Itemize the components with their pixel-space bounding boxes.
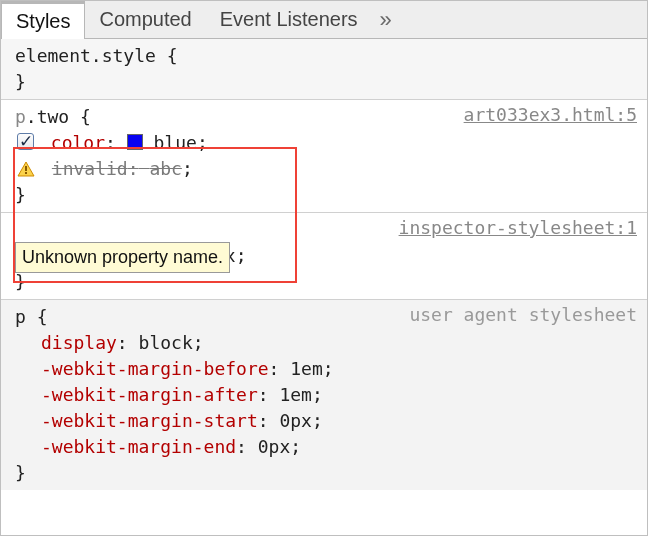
close-brace: } xyxy=(15,460,633,486)
tabs-overflow-button[interactable]: » xyxy=(372,4,400,36)
colon: : xyxy=(269,358,280,379)
tooltip-unknown-property: Unknown property name. xyxy=(15,242,230,273)
semicolon: ; xyxy=(182,158,193,179)
color-swatch[interactable] xyxy=(127,134,143,150)
prop-name-invalid[interactable]: invalid: abc xyxy=(52,158,182,179)
open-brace: { xyxy=(80,106,91,127)
colon: : xyxy=(117,332,128,353)
semicolon: ; xyxy=(290,436,301,457)
prop-color[interactable]: color: blue; xyxy=(15,130,633,156)
semicolon: ; xyxy=(236,245,247,266)
prop-name: display xyxy=(41,332,117,353)
colon: : xyxy=(105,132,116,153)
table-row: -webkit-margin-start: 0px; xyxy=(15,408,633,434)
semicolon: ; xyxy=(197,132,208,153)
prop-name: -webkit-margin-after xyxy=(41,384,258,405)
colon: : xyxy=(258,410,269,431)
prop-value: 0px xyxy=(258,436,291,457)
rule-p-user-agent: user agent stylesheet p { display: block… xyxy=(1,300,647,490)
prop-name: -webkit-margin-end xyxy=(41,436,236,457)
toggle-prop-checkbox[interactable] xyxy=(17,133,34,150)
source-link-art033[interactable]: art033ex3.html:5 xyxy=(464,104,637,125)
rule-element-style: element.style { } xyxy=(1,39,647,100)
tab-computed[interactable]: Computed xyxy=(85,2,205,37)
semicolon: ; xyxy=(312,410,323,431)
tab-styles[interactable]: Styles xyxy=(1,1,85,40)
table-row: display: block; xyxy=(15,330,633,356)
semicolon: ; xyxy=(193,332,204,353)
source-user-agent: user agent stylesheet xyxy=(409,304,637,325)
table-row: -webkit-margin-after: 1em; xyxy=(15,382,633,408)
tab-event-listeners[interactable]: Event Listeners xyxy=(206,2,372,37)
styles-panel: Styles Computed Event Listeners » + elem… xyxy=(0,0,648,536)
warning-icon xyxy=(17,158,35,174)
semicolon: ; xyxy=(312,384,323,405)
semicolon: ; xyxy=(323,358,334,379)
prop-value: 1em xyxy=(279,384,312,405)
open-brace: { xyxy=(167,45,178,66)
prop-name: -webkit-margin-start xyxy=(41,410,258,431)
close-brace: } xyxy=(15,182,633,208)
prop-name: -webkit-margin-before xyxy=(41,358,269,379)
selector-p-two[interactable]: pp.two.two xyxy=(15,106,69,127)
selector-element-style[interactable]: element.style xyxy=(15,45,156,66)
selector-p-ua: p xyxy=(15,306,26,327)
prop-name[interactable]: color xyxy=(51,132,105,153)
open-brace: { xyxy=(37,306,48,327)
prop-value: 0px xyxy=(279,410,312,431)
close-brace: } xyxy=(15,69,633,95)
table-row: -webkit-margin-before: 1em; xyxy=(15,356,633,382)
svg-rect-4 xyxy=(25,172,27,174)
prop-value[interactable]: blue xyxy=(154,132,197,153)
prop-value: block xyxy=(139,332,193,353)
rule-p-two: art033ex3.html:5 pp.two.two { color: blu… xyxy=(1,100,647,213)
table-row: -webkit-margin-end: 0px; xyxy=(15,434,633,460)
colon: : xyxy=(258,384,269,405)
colon: : xyxy=(236,436,247,457)
prop-invalid[interactable]: invalid: abc; xyxy=(15,156,633,182)
source-link-inspector[interactable]: inspector-stylesheet:1 xyxy=(399,217,637,238)
prop-value: 1em xyxy=(290,358,323,379)
svg-rect-3 xyxy=(25,166,27,171)
tabs-bar: Styles Computed Event Listeners » xyxy=(1,1,647,39)
